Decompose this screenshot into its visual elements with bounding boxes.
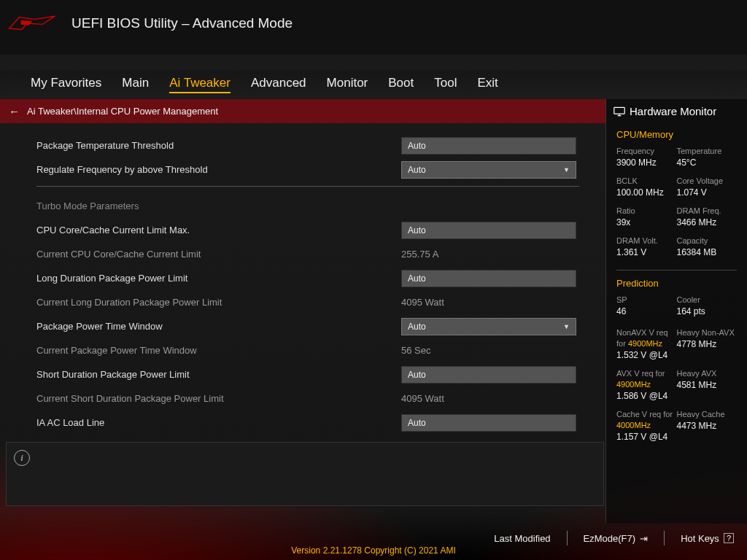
setting-label: Current Short Duration Package Power Lim… — [36, 393, 401, 404]
setting-label: Regulate Frequency by above Threshold — [36, 164, 401, 175]
setting-label: Long Duration Package Power Limit — [36, 273, 401, 284]
rog-logo — [3, 7, 61, 39]
setting-input[interactable] — [401, 222, 576, 239]
ezmode-button[interactable]: EzMode(F7)⇥ — [584, 533, 649, 544]
hwmon-value: 3900 MHz — [616, 158, 657, 168]
hwmon-value: 1.586 V @L4 — [616, 390, 677, 402]
main-tabs: My FavoritesMainAi TweakerAdvancedMonito… — [0, 70, 747, 99]
hwmon-section-prediction: Prediction — [606, 272, 747, 292]
hwmon-value: 4778 MHz — [677, 339, 717, 349]
hwmon-title: Hardware Monitor — [606, 99, 747, 123]
setting-input[interactable] — [401, 137, 576, 155]
tab-exit[interactable]: Exit — [477, 76, 498, 93]
setting-input[interactable] — [401, 366, 576, 384]
back-arrow-icon[interactable]: ← — [9, 105, 20, 117]
setting-input[interactable] — [401, 270, 576, 287]
hwmon-key: Heavy AVX — [677, 368, 738, 379]
tab-advanced[interactable]: Advanced — [251, 76, 306, 93]
hwmon-value: 1.157 V @L4 — [616, 431, 677, 443]
info-icon: i — [14, 450, 30, 466]
hwmon-key: Cooler — [677, 295, 738, 306]
setting-label: Package Power Time Window — [36, 321, 401, 332]
app-title: UEFI BIOS Utility – Advanced Mode — [71, 15, 293, 31]
breadcrumb: ← Ai Tweaker\Internal CPU Power Manageme… — [0, 99, 605, 123]
hwmon-key: Heavy Cache — [677, 409, 738, 420]
hwmon-value: 45°C — [677, 158, 697, 168]
hwmon-key: Heavy Non-AVX — [677, 327, 738, 338]
tab-monitor[interactable]: Monitor — [327, 76, 368, 93]
setting-label: Current Package Power Time Window — [36, 345, 401, 356]
hwmon-key: Core Voltage — [677, 176, 738, 187]
hwmon-key: Cache V req for 4000MHz — [616, 409, 677, 431]
copyright: Version 2.21.1278 Copyright (C) 2021 AMI — [291, 545, 455, 556]
hwmon-value: 16384 MB — [677, 247, 717, 257]
info-bar: i — [6, 442, 604, 506]
hwmon-value: 4581 MHz — [677, 380, 717, 390]
footer: Last Modified EzMode(F7)⇥ Hot Keys? Vers… — [0, 516, 747, 560]
hwmon-value: 1.074 V — [677, 187, 707, 198]
setting-readonly: 4095 Watt — [401, 393, 579, 404]
hwmon-value: 3466 MHz — [677, 217, 717, 228]
hwmon-key: BCLK — [616, 176, 677, 187]
setting-select[interactable]: Auto▼ — [401, 318, 576, 335]
hwmon-value: 164 pts — [677, 306, 705, 316]
setting-readonly: 56 Sec — [401, 345, 579, 356]
setting-label: Current Long Duration Package Power Limi… — [36, 297, 401, 308]
hwmon-key: DRAM Freq. — [677, 206, 738, 217]
hwmon-value: 100.00 MHz — [616, 187, 664, 198]
setting-label: IA AC Load Line — [36, 417, 401, 428]
setting-label: Current CPU Core/Cache Current Limit — [36, 249, 401, 260]
breadcrumb-text: Ai Tweaker\Internal CPU Power Management — [27, 106, 218, 117]
hardware-monitor-panel: Hardware Monitor CPU/Memory Frequency390… — [605, 99, 747, 524]
tab-boot[interactable]: Boot — [388, 76, 414, 93]
hwmon-key: DRAM Volt. — [616, 236, 677, 246]
hwmon-key: Capacity — [677, 236, 738, 246]
hwmon-value: 39x — [616, 217, 630, 228]
section-header: Turbo Mode Parameters — [36, 201, 401, 211]
exit-icon: ⇥ — [640, 533, 648, 544]
last-modified-button[interactable]: Last Modified — [494, 533, 550, 544]
setting-select[interactable]: Auto▼ — [401, 161, 576, 179]
tab-my-favorites[interactable]: My Favorites — [31, 76, 101, 93]
setting-input[interactable] — [401, 414, 576, 432]
hwmon-key: AVX V req for 4900MHz — [616, 368, 677, 390]
hotkeys-button[interactable]: Hot Keys? — [681, 533, 734, 544]
hwmon-value: 1.361 V — [616, 247, 646, 257]
hwmon-key: Temperature — [677, 146, 738, 157]
hwmon-value: 4473 MHz — [677, 421, 717, 431]
hwmon-key: Ratio — [616, 206, 677, 217]
question-icon: ? — [724, 533, 734, 543]
hwmon-value: 46 — [616, 306, 626, 316]
chevron-down-icon: ▼ — [563, 166, 570, 174]
svg-rect-0 — [614, 107, 624, 114]
chevron-down-icon: ▼ — [563, 323, 570, 330]
setting-label: CPU Core/Cache Current Limit Max. — [36, 225, 401, 236]
tab-ai-tweaker[interactable]: Ai Tweaker — [169, 76, 231, 93]
hwmon-key: Frequency — [616, 146, 677, 157]
hwmon-section-cpu: CPU/Memory — [606, 123, 747, 143]
setting-readonly: 4095 Watt — [401, 297, 579, 308]
hwmon-key: NonAVX V req for 4900MHz — [616, 327, 677, 349]
setting-label: Short Duration Package Power Limit — [36, 369, 401, 380]
setting-readonly: 255.75 A — [401, 249, 579, 260]
tab-main[interactable]: Main — [122, 76, 149, 93]
setting-label: Package Temperature Threshold — [36, 140, 401, 151]
hwmon-key: SP — [616, 295, 677, 306]
tab-tool[interactable]: Tool — [434, 76, 457, 93]
settings-form: Package Temperature ThresholdRegulate Fr… — [0, 123, 605, 442]
hwmon-value: 1.532 V @L4 — [616, 349, 677, 361]
